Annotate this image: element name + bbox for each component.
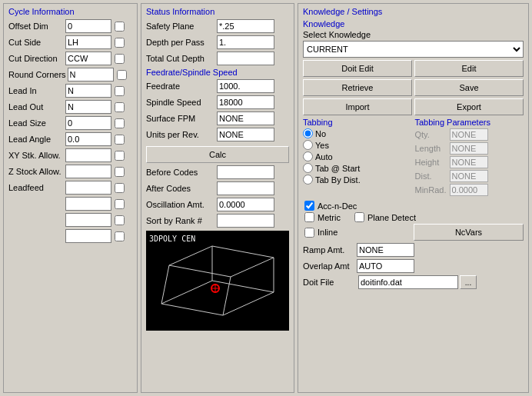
tabbing-start-radio[interactable] [303,163,313,173]
code-field-input[interactable] [217,181,274,195]
left-field-row [8,197,132,211]
doit-file-input[interactable] [358,275,458,289]
field-input[interactable] [65,181,111,195]
acc-n-dec-label: Acc-n-Dec [318,201,357,211]
middle-panel-title: Status Information [146,7,289,16]
edit-button[interactable]: Edit [414,60,524,77]
right-panel-title: Knowledge / Settings [303,7,524,16]
field-checkbox[interactable] [115,118,125,128]
feedrate-field-row: Units per Rev. [146,128,289,141]
field-checkbox[interactable] [115,38,125,48]
feedrate-field-label: Feedrate [146,82,215,91]
doit-edit-button[interactable]: Doit Edit [303,60,412,77]
ramp-amt-input[interactable] [357,243,414,257]
field-checkbox[interactable] [115,167,125,177]
select-knowledge-label: Select Knowledge [303,30,524,39]
feedrate-field-row: Spindle Speed [146,95,289,109]
tabbing-auto-radio[interactable] [303,151,313,161]
field-checkbox[interactable] [115,199,125,209]
field-checkbox[interactable] [115,86,125,96]
left-field-row: Z Stock Allow. [8,165,132,178]
field-input[interactable] [65,116,111,130]
overlap-amt-label: Overlap Amt [303,261,357,271]
import-button[interactable]: Import [303,98,412,115]
code-field-label: After Codes [146,184,215,193]
tab-param-row: Height [415,156,524,168]
field-checkbox[interactable] [115,102,125,112]
ncvars-button[interactable]: NcVars [414,224,524,241]
tabbing-start-label: Tab @ Start [315,164,360,173]
field-checkbox[interactable] [115,22,125,32]
field-checkbox[interactable] [115,135,125,145]
field-input[interactable] [65,229,111,243]
save-button[interactable]: Save [414,79,524,96]
tab-param-input [450,156,488,168]
field-input[interactable] [65,148,111,162]
field-label: Offset Dim [8,22,64,31]
field-input[interactable] [65,100,111,114]
left-field-row: Lead Size [8,116,132,130]
inline-checkbox[interactable] [304,228,314,238]
knowledge-select[interactable]: CURRENT [303,41,524,58]
left-field-row: Leadfeed [8,181,132,195]
field-input[interactable] [65,84,111,98]
feedrate-field-row: Surface FPM [146,111,289,125]
feedrate-field-input[interactable] [217,111,274,125]
tab-param-label: Qty. [415,130,450,139]
field-input[interactable] [65,132,111,146]
doit-file-label: Doit File [303,278,357,287]
overlap-amt-input[interactable] [357,259,414,273]
tabbing-no-radio[interactable] [303,128,313,138]
field-label: Round Corners [8,70,66,79]
svg-rect-0 [146,231,289,331]
field-input[interactable] [65,197,111,211]
feedrate-field-input[interactable] [217,128,274,141]
code-field-input[interactable] [217,165,274,179]
field-label: Safety Plane [146,22,215,31]
code-field-input[interactable] [217,198,274,211]
field-checkbox[interactable] [115,54,125,64]
field-input[interactable] [65,35,111,49]
tabbing-dist-radio[interactable] [303,175,313,185]
feedrate-field-input[interactable] [217,95,274,109]
preview-image: 3DPOLY CEN [146,231,289,331]
metric-checkbox[interactable] [304,212,314,222]
calc-button[interactable]: Calc [146,146,289,163]
field-checkbox[interactable] [115,183,125,193]
middle-field-row: Depth per Pass [146,35,289,49]
field-input[interactable] [217,19,274,33]
code-field-row: After Codes [146,181,289,195]
field-checkbox[interactable] [117,70,127,80]
tabbing-auto-label: Auto [315,152,333,161]
tabbing-params-label: Tabbing Parameters [415,118,524,127]
field-input[interactable] [65,165,111,178]
field-input[interactable] [65,52,111,65]
field-input[interactable] [217,35,274,49]
field-input[interactable] [217,52,274,65]
left-field-row: Cut Side [8,35,132,49]
field-label: Z Stock Allow. [8,167,64,176]
export-button[interactable]: Export [414,98,524,115]
browse-button[interactable]: ... [460,275,477,289]
left-field-row [8,213,132,227]
field-input[interactable] [65,213,111,227]
field-checkbox[interactable] [115,151,125,161]
retrieve-button[interactable]: Retrieve [303,79,412,96]
feedrate-field-input[interactable] [217,79,274,93]
feedrate-field-label: Units per Rev. [146,130,215,139]
field-input[interactable] [68,68,114,82]
field-input[interactable] [65,19,111,33]
field-label: Lead Out [8,102,64,111]
acc-n-dec-checkbox[interactable] [304,201,314,211]
left-field-row [8,229,132,243]
feedrate-field-row: Feedrate [146,79,289,93]
tabbing-label: Tabbing [303,118,412,127]
field-checkbox[interactable] [115,215,125,225]
field-label: Leadfeed [8,183,64,192]
field-checkbox[interactable] [115,231,125,241]
plane-detect-checkbox[interactable] [354,212,364,222]
code-field-input[interactable] [217,214,274,228]
tabbing-yes-radio[interactable] [303,140,313,150]
left-panel-title: Cycle Information [8,7,132,16]
code-field-label: Oscillation Amt. [146,200,215,209]
